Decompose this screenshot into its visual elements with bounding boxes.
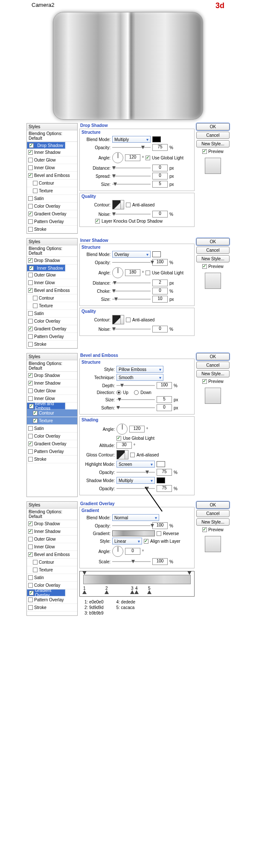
style-item-gradient-overlay[interactable]: Gradient Overlay	[27, 589, 65, 596]
color-swatch[interactable]	[152, 251, 161, 257]
style-item-contour[interactable]: Contour	[27, 409, 77, 417]
style-item-bevel-and-emboss[interactable]: Bevel and Emboss	[27, 403, 65, 409]
checkbox[interactable]	[33, 418, 38, 423]
style-item-bevel-and-emboss[interactable]: Bevel and Emboss	[27, 172, 77, 179]
preview-checkbox[interactable]	[202, 149, 207, 154]
slider[interactable]	[112, 281, 151, 285]
checkbox[interactable]	[28, 575, 33, 580]
color-swatch[interactable]	[157, 461, 165, 467]
style-item-inner-shadow[interactable]: Inner Shadow	[27, 265, 65, 271]
checkbox[interactable]	[145, 156, 150, 160]
style-item-contour[interactable]: Contour	[27, 559, 77, 566]
checkbox[interactable]	[28, 552, 33, 557]
cancel-button[interactable]: Cancel	[196, 247, 230, 254]
checkbox[interactable]	[28, 434, 33, 438]
style-item-stroke[interactable]: Stroke	[27, 226, 77, 233]
gradient-picker[interactable]	[112, 530, 155, 536]
checkbox[interactable]	[28, 327, 33, 331]
checkbox[interactable]	[29, 143, 34, 148]
slider[interactable]	[112, 166, 151, 170]
ok-button[interactable]: OK	[196, 501, 230, 509]
style-item-texture[interactable]: Texture	[27, 187, 77, 195]
style-item-drop-shadow[interactable]: Drop Shadow	[27, 142, 65, 149]
contour-picker[interactable]	[112, 200, 124, 209]
cancel-button[interactable]: Cancel	[196, 362, 230, 369]
style-item-inner-shadow[interactable]: Inner Shadow	[27, 528, 77, 536]
checkbox[interactable]	[28, 334, 33, 339]
checkbox[interactable]	[33, 181, 38, 185]
checkbox[interactable]	[28, 544, 33, 549]
style-item-texture[interactable]: Texture	[27, 302, 77, 310]
preview-checkbox[interactable]	[202, 527, 207, 532]
checkbox[interactable]	[28, 288, 33, 293]
checkbox[interactable]	[157, 531, 161, 536]
slider[interactable]	[112, 145, 151, 150]
new-style-button[interactable]: New Style...	[196, 370, 230, 377]
number-input[interactable]: 100	[152, 558, 168, 565]
style-item-pattern-overlay[interactable]: Pattern Overlay	[27, 596, 77, 604]
style-item-color-overlay[interactable]: Color Overlay	[27, 203, 77, 210]
preview-checkbox[interactable]	[202, 264, 207, 269]
new-style-button[interactable]: New Style...	[196, 140, 230, 147]
angle-dial[interactable]	[116, 424, 128, 435]
style-item-color-overlay[interactable]: Color Overlay	[27, 433, 77, 440]
blending-options[interactable]: Blending Options: Default	[27, 360, 77, 372]
checkbox[interactable]	[145, 271, 150, 275]
style-item-inner-glow[interactable]: Inner Glow	[27, 279, 77, 287]
style-item-gradient-overlay[interactable]: Gradient Overlay	[27, 440, 77, 448]
checkbox[interactable]	[28, 342, 33, 347]
style-item-texture[interactable]: Texture	[27, 417, 77, 425]
number-input[interactable]: 0	[152, 211, 168, 218]
number-input[interactable]: 120	[129, 426, 145, 433]
checkbox[interactable]	[28, 150, 33, 155]
number-input[interactable]: 2	[152, 280, 168, 286]
ok-button[interactable]: OK	[196, 123, 230, 130]
angle-dial[interactable]	[112, 267, 123, 278]
checkbox[interactable]	[116, 436, 121, 441]
blending-options[interactable]: Blending Options: Default	[27, 509, 77, 520]
style-item-gradient-overlay[interactable]: Gradient Overlay	[27, 210, 77, 218]
style-item-stroke[interactable]: Stroke	[27, 456, 77, 463]
style-item-satin[interactable]: Satin	[27, 574, 77, 582]
style-item-outer-glow[interactable]: Outer Glow	[27, 271, 77, 279]
checkbox[interactable]	[130, 453, 135, 457]
checkbox[interactable]	[28, 204, 33, 209]
dropdown[interactable]: Multiply▾	[112, 136, 151, 143]
checkbox[interactable]	[28, 196, 33, 201]
gradient-editor[interactable]: 1 2 3 4 5	[79, 571, 195, 597]
number-input[interactable]: 30	[116, 442, 132, 449]
color-swatch[interactable]	[152, 136, 161, 142]
checkbox[interactable]	[28, 273, 33, 277]
blending-options[interactable]: Blending Options: Default	[27, 130, 77, 142]
checkbox[interactable]	[28, 373, 33, 378]
checkbox[interactable]	[144, 539, 148, 544]
checkbox[interactable]	[28, 165, 33, 170]
ok-button[interactable]: OK	[196, 353, 230, 360]
checkbox[interactable]	[29, 404, 34, 409]
slider[interactable]	[116, 397, 155, 402]
angle-dial[interactable]	[112, 152, 123, 163]
number-input[interactable]: 75	[157, 469, 172, 476]
number-input[interactable]: 75	[157, 485, 172, 492]
style-item-pattern-overlay[interactable]: Pattern Overlay	[27, 333, 77, 341]
checkbox[interactable]	[33, 568, 38, 572]
checkbox[interactable]	[28, 441, 33, 446]
style-item-texture[interactable]: Texture	[27, 566, 77, 574]
style-item-pattern-overlay[interactable]: Pattern Overlay	[27, 218, 77, 226]
blending-options[interactable]: Blending Options: Default	[27, 245, 77, 257]
slider[interactable]	[112, 212, 151, 216]
checkbox[interactable]	[28, 396, 33, 401]
style-item-drop-shadow[interactable]: Drop Shadow	[27, 520, 77, 528]
checkbox[interactable]	[28, 219, 33, 224]
style-item-outer-glow[interactable]: Outer Glow	[27, 387, 77, 395]
slider[interactable]	[116, 406, 155, 410]
slider[interactable]	[116, 470, 155, 474]
dropdown[interactable]: Multiply▾	[116, 477, 155, 484]
style-item-color-overlay[interactable]: Color Overlay	[27, 318, 77, 325]
style-item-stroke[interactable]: Stroke	[27, 341, 77, 348]
style-item-gradient-overlay[interactable]: Gradient Overlay	[27, 325, 77, 333]
checkbox[interactable]	[28, 227, 33, 232]
style-item-drop-shadow[interactable]: Drop Shadow	[27, 257, 77, 265]
radio-up[interactable]	[116, 390, 121, 395]
checkbox[interactable]	[28, 449, 33, 454]
